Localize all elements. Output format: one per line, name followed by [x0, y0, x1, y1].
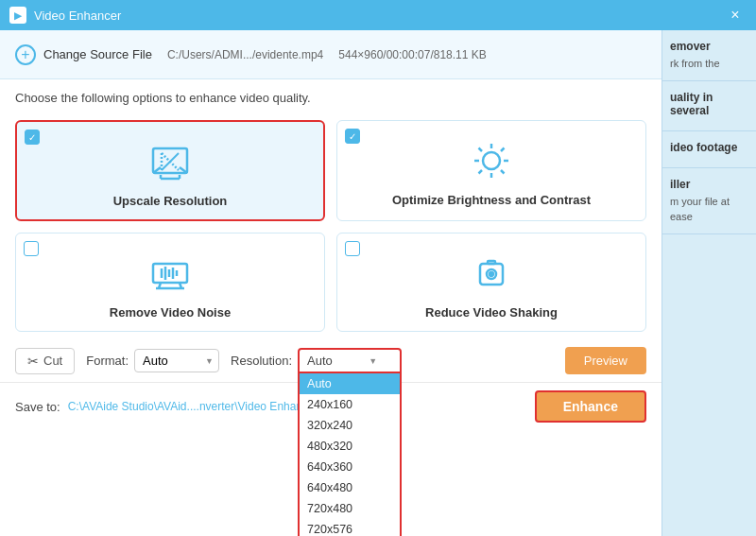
resolution-dropdown[interactable]: Auto 240x160 320x240 480x320 640x360 640… — [298, 373, 402, 536]
title-bar-left: ▶ Video Enhancer — [9, 7, 121, 24]
resolution-option-720x576[interactable]: 720x576 — [300, 519, 400, 536]
svg-line-16 — [501, 148, 505, 152]
resolution-option-auto[interactable]: Auto — [300, 373, 400, 394]
resolution-label: Resolution: — [231, 354, 292, 368]
resolution-value: Auto — [307, 354, 333, 368]
svg-line-17 — [479, 170, 483, 174]
checkbox-shaking[interactable] — [345, 241, 360, 256]
option-brightness-label: Optimize Brightness and Contrast — [392, 193, 591, 207]
option-noise-label: Remove Video Noise — [110, 305, 231, 320]
scissors-icon: ✂ — [27, 354, 39, 369]
right-panel-text-1: rk from the — [670, 57, 748, 71]
file-info: 544×960/00:00:07/818.11 KB — [338, 48, 486, 61]
app-icon: ▶ — [9, 7, 26, 24]
svg-point-9 — [483, 152, 500, 169]
resolution-option-720x480[interactable]: 720x480 — [300, 498, 400, 519]
preview-button[interactable]: Preview — [565, 347, 646, 374]
bottom-toolbar: ✂ Cut Format: Auto Resolution: Auto ▼ Au… — [0, 339, 662, 382]
resolution-option-320x240[interactable]: 320x240 — [300, 415, 400, 436]
option-shaking-label: Reduce Video Shaking — [425, 305, 558, 320]
plus-icon: + — [15, 44, 36, 65]
file-path: C:/Users/ADMI.../evidente.mp4 — [167, 48, 323, 61]
options-grid: Upscale Resolution Optimize Brightness a — [0, 112, 662, 339]
source-bar: + Change Source File C:/Users/ADMI.../ev… — [0, 30, 662, 79]
save-to-label: Save to: — [15, 400, 60, 414]
option-shaking[interactable]: Reduce Video Shaking — [336, 233, 646, 332]
svg-line-14 — [479, 148, 483, 152]
shaking-icon — [467, 249, 516, 298]
right-panel: emover rk from the uality in several ide… — [662, 30, 756, 536]
main-window: + Change Source File C:/Users/ADMI.../ev… — [0, 30, 662, 536]
option-noise[interactable]: Remove Video Noise — [15, 233, 325, 332]
resolution-option-240x160[interactable]: 240x160 — [300, 394, 400, 415]
right-panel-section-2: uality in several — [662, 81, 756, 131]
format-select-wrapper: Auto — [134, 349, 219, 372]
right-panel-section-4: iller m your file at ease — [662, 168, 756, 234]
checkbox-noise[interactable] — [24, 241, 39, 256]
right-panel-section-3: ideo footage — [662, 131, 756, 168]
svg-line-15 — [501, 170, 505, 174]
noise-icon — [146, 249, 195, 298]
resolution-option-640x360[interactable]: 640x360 — [300, 457, 400, 477]
option-upscale-label: Upscale Resolution — [113, 194, 228, 208]
checkbox-brightness[interactable] — [345, 129, 360, 144]
save-path: C:\AVAide Studio\AVAid....nverter\Video … — [68, 400, 318, 413]
right-panel-title-1: emover — [670, 40, 748, 53]
change-source-label: Change Source File — [43, 47, 152, 61]
resolution-option-480x320[interactable]: 480x320 — [300, 436, 400, 457]
svg-point-29 — [490, 272, 493, 276]
description-text: Choose the following options to enhance … — [0, 79, 662, 112]
upscale-icon — [146, 137, 195, 186]
enhance-button[interactable]: Enhance — [535, 390, 646, 423]
change-source-button[interactable]: + Change Source File — [15, 44, 152, 65]
resolution-option-640x480[interactable]: 640x480 — [300, 477, 400, 498]
brightness-icon — [467, 136, 516, 185]
resolution-group: Resolution: Auto ▼ Auto 240x160 320x240 … — [231, 348, 402, 373]
option-brightness[interactable]: Optimize Brightness and Contrast — [336, 120, 646, 221]
right-panel-title-2: uality in several — [670, 91, 748, 117]
format-label: Format: — [86, 354, 129, 368]
resolution-select-display[interactable]: Auto ▼ — [298, 348, 402, 373]
right-panel-text-4: m your file at ease — [670, 195, 748, 224]
cut-button[interactable]: ✂ Cut — [15, 348, 75, 374]
right-panel-section-1: emover rk from the — [662, 30, 756, 81]
right-panel-title-4: iller — [670, 178, 748, 191]
resolution-dropdown-arrow: ▼ — [369, 356, 377, 366]
format-select[interactable]: Auto — [134, 349, 219, 372]
cut-label: Cut — [43, 354, 62, 368]
app-title: Video Enhancer — [34, 9, 121, 23]
option-upscale[interactable]: Upscale Resolution — [15, 120, 325, 221]
close-button[interactable]: × — [724, 4, 747, 26]
svg-rect-30 — [488, 261, 495, 264]
title-bar: ▶ Video Enhancer × — [0, 0, 756, 30]
checkbox-upscale[interactable] — [25, 130, 40, 145]
resolution-dropdown-wrapper: Auto ▼ Auto 240x160 320x240 480x320 640x… — [298, 348, 402, 373]
right-panel-title-3: ideo footage — [670, 141, 748, 154]
format-group: Format: Auto — [86, 349, 219, 372]
